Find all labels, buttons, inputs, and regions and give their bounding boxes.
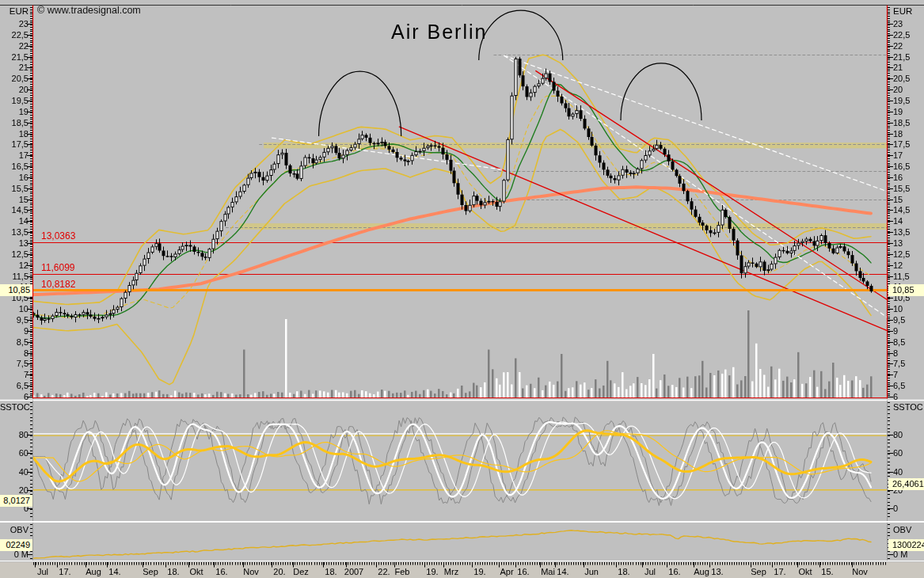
price-tick-label: 19 bbox=[893, 107, 923, 117]
price-tick-label: 12 bbox=[893, 260, 923, 271]
time-tick-label: Okt bbox=[798, 567, 812, 576]
price-tick-label: 20 bbox=[0, 85, 29, 95]
price-tick-label: 9,5 bbox=[0, 315, 29, 325]
time-tick-label: 22. bbox=[378, 567, 390, 576]
price-tick-label: 16,5 bbox=[0, 162, 29, 172]
obv-axis-label-right: OBV bbox=[893, 525, 923, 535]
time-tick-label: Apr bbox=[500, 567, 513, 576]
time-tick-label: Aug bbox=[86, 567, 101, 576]
price-tick-label: 6,5 bbox=[893, 381, 923, 391]
price-tick-label: 8,5 bbox=[893, 337, 923, 348]
price-tick-label: 6 bbox=[0, 392, 29, 402]
obv-value-badge-right: 1300224 bbox=[888, 539, 924, 551]
price-tick-label: 7 bbox=[893, 370, 923, 380]
price-tick-label: 19 bbox=[0, 107, 29, 117]
price-tick-label: 16 bbox=[0, 173, 29, 183]
price-tick-label: 7,5 bbox=[0, 359, 29, 369]
price-tick-label: 20,5 bbox=[893, 74, 923, 84]
price-tick-label: 22,5 bbox=[0, 30, 29, 40]
price-tick-label: 21,5 bbox=[893, 52, 923, 63]
chart-canvas bbox=[0, 0, 924, 578]
price-tick-label: 18 bbox=[893, 129, 923, 139]
time-tick-label: Sep bbox=[143, 567, 158, 576]
time-tick-label: Dez bbox=[293, 567, 309, 576]
last-price-badge-right: 10,85 bbox=[888, 284, 924, 296]
last-price-badge-left: 10,85 bbox=[0, 284, 32, 296]
sstoc-tick-label: 40 bbox=[893, 467, 923, 477]
price-tick-label: 14 bbox=[893, 216, 923, 226]
price-tick-label: 13,5 bbox=[0, 227, 29, 238]
price-tick-label: 15,5 bbox=[0, 184, 29, 194]
price-tick-label: 13 bbox=[0, 238, 29, 249]
price-tick-label: 6,5 bbox=[0, 381, 29, 391]
sstoc-tick-label: 60 bbox=[893, 448, 923, 458]
price-tick-label: 19,5 bbox=[893, 96, 923, 106]
time-tick-label: 2007 bbox=[344, 567, 363, 576]
price-tick-label: 14 bbox=[0, 216, 29, 226]
price-tick-label: 22,5 bbox=[893, 30, 923, 40]
price-tick-label: 6 bbox=[893, 392, 923, 402]
time-tick-label: 18. bbox=[167, 567, 179, 576]
price-tick-label: 17 bbox=[893, 150, 923, 161]
time-tick-label: 19. bbox=[426, 567, 438, 576]
time-tick-label: 16. bbox=[517, 567, 529, 576]
obv-axis-label-left: OBV bbox=[0, 525, 29, 535]
time-tick-label: 16. bbox=[668, 567, 680, 576]
trading-chart-window: © www.tradesignal.com EUR EUR Air Berlin… bbox=[0, 0, 924, 578]
price-level-label: 13,0363 bbox=[41, 230, 75, 241]
price-level-label: 11,6099 bbox=[41, 262, 75, 273]
sstoc-value-badge-left: 8,0127 bbox=[0, 495, 32, 507]
copyright-text: © www.tradesignal.com bbox=[37, 5, 141, 16]
time-tick-label: Jul bbox=[645, 567, 656, 576]
price-tick-label: 8 bbox=[893, 348, 923, 359]
price-tick-label: 16 bbox=[893, 173, 923, 183]
price-tick-label: 11,5 bbox=[0, 272, 29, 282]
time-tick-label: 14. bbox=[557, 567, 568, 576]
sstoc-tick-label: 60 bbox=[0, 448, 29, 458]
time-tick-label: Mai bbox=[541, 567, 555, 576]
time-tick-label: Okt bbox=[189, 567, 203, 576]
price-tick-label: 17,5 bbox=[893, 139, 923, 150]
price-tick-label: 11,5 bbox=[893, 272, 923, 282]
time-tick-label: Feb bbox=[395, 567, 410, 576]
time-tick-label: 18. bbox=[618, 567, 629, 576]
price-tick-label: 19,5 bbox=[0, 96, 29, 106]
price-tick-label: 21 bbox=[0, 63, 29, 73]
time-tick-label: 14. bbox=[108, 567, 120, 576]
price-tick-label: 16,5 bbox=[893, 162, 923, 172]
time-tick-label: 19. bbox=[473, 567, 485, 576]
price-tick-label: 21,5 bbox=[0, 52, 29, 63]
time-tick-label: Mrz bbox=[444, 567, 458, 576]
price-tick-label: 21 bbox=[893, 63, 923, 73]
price-level-label: 10,8182 bbox=[41, 279, 75, 290]
price-tick-label: 23 bbox=[0, 19, 29, 29]
chart-title: Air Berlin bbox=[391, 21, 487, 44]
sstoc-tick-label: 80 bbox=[893, 430, 923, 440]
price-tick-label: 13 bbox=[893, 238, 923, 249]
time-tick-label: Jun bbox=[584, 567, 599, 576]
time-tick-label: Nov bbox=[243, 567, 259, 576]
time-tick-label: 20. bbox=[273, 567, 285, 576]
time-tick-label: 17. bbox=[59, 567, 70, 576]
sstoc-axis-label-left: SSTOC bbox=[0, 402, 29, 413]
price-tick-label: 7 bbox=[0, 370, 29, 380]
price-tick-label: 12,5 bbox=[0, 249, 29, 260]
time-tick-label: 15. bbox=[821, 567, 833, 576]
sstoc-axis-label-right: SSTOC bbox=[893, 402, 923, 413]
price-tick-label: 18,5 bbox=[0, 118, 29, 128]
price-tick-label: 12,5 bbox=[893, 249, 923, 260]
time-tick-label: 16. bbox=[215, 567, 227, 576]
price-tick-label: 8,5 bbox=[0, 337, 29, 348]
price-tick-label: 8 bbox=[0, 348, 29, 359]
price-tick-label: 20 bbox=[893, 85, 923, 95]
price-tick-label: 17 bbox=[0, 150, 29, 161]
price-tick-label: 17,5 bbox=[0, 139, 29, 150]
right-axis-unit: EUR bbox=[893, 6, 923, 17]
price-tick-label: 18 bbox=[0, 129, 29, 139]
price-tick-label: 10 bbox=[0, 304, 29, 314]
sstoc-tick-label: 80 bbox=[0, 430, 29, 440]
time-tick-label: Nov bbox=[852, 567, 868, 576]
time-tick-label: 13. bbox=[711, 567, 723, 576]
price-tick-label: 15,5 bbox=[893, 184, 923, 194]
price-tick-label: 15 bbox=[0, 195, 29, 205]
